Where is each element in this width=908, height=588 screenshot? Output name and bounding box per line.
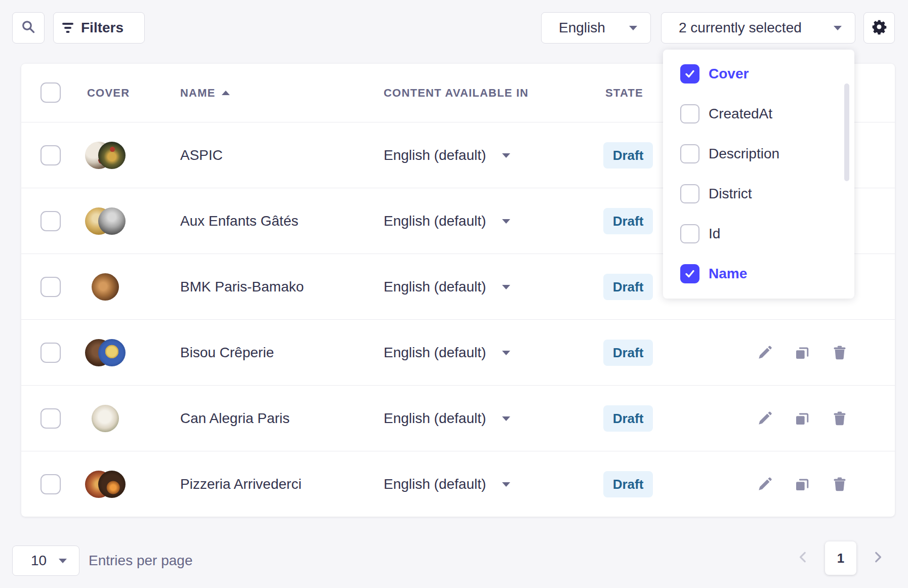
status-badge: Draft	[603, 274, 653, 300]
edit-button[interactable]	[756, 344, 773, 361]
edit-button[interactable]	[756, 476, 773, 493]
pencil-icon	[757, 345, 773, 361]
column-toggle-label: District	[709, 186, 752, 202]
column-toggle-option[interactable]: District	[663, 174, 854, 214]
row-checkbox[interactable]	[40, 211, 61, 231]
row-locale-dropdown[interactable]: English (default)	[384, 188, 510, 254]
chevron-down-icon	[502, 285, 510, 289]
content-manager-page: Filters English 2 currently selected COV…	[0, 0, 908, 588]
duplicate-button[interactable]	[794, 476, 811, 493]
filters-button-label: Filters	[81, 20, 123, 36]
table-row: Can Alegria Paris English (default) Draf…	[21, 385, 895, 451]
cover-photo	[98, 142, 126, 169]
pencil-icon	[757, 476, 773, 492]
cover-photo	[98, 339, 126, 366]
row-locale-dropdown[interactable]: English (default)	[384, 254, 510, 320]
column-header-name[interactable]: NAME	[180, 64, 230, 122]
column-settings-select[interactable]: 2 currently selected	[661, 12, 855, 44]
row-locale-value: English (default)	[384, 410, 486, 427]
row-locale-dropdown[interactable]: English (default)	[384, 451, 510, 517]
copy-icon	[794, 410, 810, 427]
cover-thumbnails	[85, 405, 126, 432]
locale-select-value: English	[559, 20, 605, 36]
cover-photo	[92, 405, 119, 432]
row-checkbox[interactable]	[40, 408, 61, 429]
page-size-value: 10	[31, 553, 47, 569]
delete-button[interactable]	[831, 344, 848, 361]
row-locale-dropdown[interactable]: English (default)	[384, 386, 510, 451]
row-checkbox[interactable]	[40, 474, 61, 494]
column-toggle-option[interactable]: Cover	[663, 54, 854, 94]
row-locale-value: English (default)	[384, 147, 486, 163]
settings-button[interactable]	[863, 12, 895, 44]
pencil-icon	[757, 410, 773, 427]
entry-name: ASPIC	[180, 122, 223, 188]
column-toggle-option[interactable]: Description	[663, 134, 854, 174]
search-button[interactable]	[12, 12, 45, 44]
status-badge: Draft	[603, 405, 653, 432]
column-toggle-option[interactable]: Id	[663, 214, 854, 254]
chevron-left-icon	[797, 551, 810, 566]
row-locale-value: English (default)	[384, 476, 486, 492]
checkbox	[680, 64, 699, 83]
row-checkbox[interactable]	[40, 277, 61, 297]
column-toggle-label: Id	[709, 226, 720, 242]
column-header-locales: CONTENT AVAILABLE IN	[384, 64, 528, 122]
row-checkbox[interactable]	[40, 145, 61, 165]
entries-per-page-label: Entries per page	[89, 545, 192, 576]
chevron-down-icon	[629, 26, 637, 30]
chevron-down-icon	[834, 26, 842, 30]
entry-name: Pizzeria Arrivederci	[180, 451, 302, 517]
duplicate-button[interactable]	[794, 410, 811, 427]
row-locale-dropdown[interactable]: English (default)	[384, 320, 510, 386]
trash-icon	[832, 410, 848, 427]
select-all-checkbox[interactable]	[40, 82, 61, 103]
trash-icon	[832, 476, 848, 492]
status-badge: Draft	[603, 208, 653, 234]
checkbox	[680, 224, 699, 243]
row-locale-dropdown[interactable]: English (default)	[384, 122, 510, 188]
row-actions	[756, 451, 848, 517]
checkbox	[680, 144, 699, 163]
chevron-down-icon	[502, 482, 510, 487]
checkmark-icon	[684, 268, 696, 280]
status-badge: Draft	[603, 340, 653, 366]
column-toggle-label: Description	[709, 146, 779, 162]
row-locale-value: English (default)	[384, 345, 486, 361]
column-toggle-option[interactable]: CreatedAt	[663, 94, 854, 134]
chevron-down-icon	[502, 351, 510, 355]
table-row: Bisou Crêperie English (default) Draft	[21, 319, 895, 385]
column-header-cover: COVER	[87, 64, 130, 122]
row-locale-value: English (default)	[384, 213, 486, 229]
column-settings-value: 2 currently selected	[679, 20, 802, 36]
locale-select[interactable]: English	[541, 12, 651, 44]
column-toggle-option[interactable]: Name	[663, 254, 854, 293]
filters-button[interactable]: Filters	[53, 12, 145, 44]
row-actions	[756, 386, 848, 451]
status-badge: Draft	[603, 471, 653, 497]
column-toggle-label: Name	[709, 266, 747, 282]
page-size-select[interactable]: 10	[12, 545, 79, 576]
row-locale-value: English (default)	[384, 279, 486, 295]
chevron-right-icon	[871, 551, 884, 566]
row-checkbox[interactable]	[40, 343, 61, 363]
edit-button[interactable]	[756, 410, 773, 427]
checkmark-icon	[684, 68, 696, 80]
duplicate-button[interactable]	[794, 344, 811, 361]
next-page-button[interactable]	[871, 551, 885, 565]
checkbox	[680, 264, 699, 283]
dropdown-scrollbar[interactable]	[844, 83, 849, 181]
table-row: Pizzeria Arrivederci English (default) D…	[21, 451, 895, 517]
delete-button[interactable]	[831, 476, 848, 493]
cover-thumbnails	[85, 207, 126, 235]
copy-icon	[794, 345, 810, 361]
filter-icon	[62, 23, 74, 33]
previous-page-button[interactable]	[796, 551, 810, 565]
entry-name: Bisou Crêperie	[180, 320, 274, 386]
checkbox	[680, 184, 699, 203]
page-1-button[interactable]: 1	[825, 541, 856, 575]
delete-button[interactable]	[831, 410, 848, 427]
entry-name: Aux Enfants Gâtés	[180, 188, 298, 254]
cover-thumbnails	[85, 142, 126, 169]
sort-ascending-icon	[222, 91, 230, 95]
